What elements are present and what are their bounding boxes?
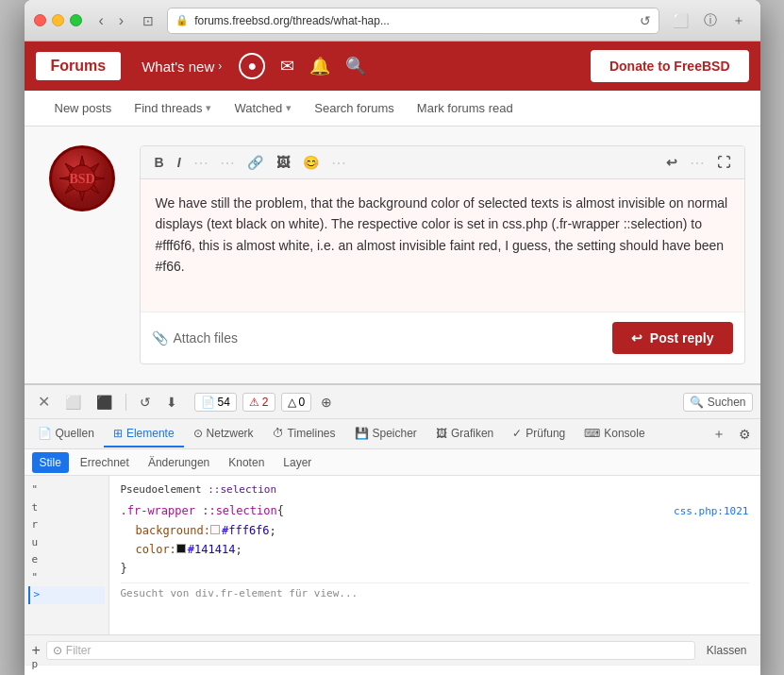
devtools-close-button[interactable]: ✕	[32, 390, 56, 413]
grafiken-icon: 🖼	[436, 427, 447, 440]
forums-logo[interactable]: Forums	[36, 52, 122, 80]
color-swatch[interactable]	[176, 544, 186, 553]
quellen-icon: 📄	[38, 427, 52, 440]
donate-button[interactable]: Donate to FreeBSD	[591, 50, 749, 82]
attach-files-button[interactable]: 📎 Attach files	[152, 330, 238, 346]
refresh-button[interactable]: ↺	[640, 13, 651, 28]
code-line-8	[28, 604, 105, 622]
code-line-5: e	[28, 551, 105, 569]
info-button[interactable]: ⓘ	[698, 10, 723, 31]
stile-label: Stile	[40, 456, 61, 469]
subtab-aenderungen[interactable]: Änderungen	[141, 452, 217, 473]
tab-konsole[interactable]: ⌨ Konsole	[575, 421, 654, 447]
link-button[interactable]: 🔗	[242, 152, 268, 173]
italic-button[interactable]: I	[173, 152, 186, 173]
settings-button[interactable]: ⚙	[733, 424, 757, 445]
devtools-console: ›	[25, 665, 760, 675]
tab-timelines[interactable]: ⏱ Timelines	[263, 421, 345, 447]
css-color-value: #141414	[188, 540, 236, 559]
devtools-refresh-button[interactable]: ↺	[134, 392, 157, 413]
filter-box[interactable]: ⊙ Filter	[46, 641, 695, 660]
new-posts-nav-item[interactable]: New posts	[43, 93, 124, 123]
css-file-link[interactable]: css.php:1021	[674, 503, 748, 521]
avatar-col: BSD	[40, 145, 125, 364]
code-line-1: "	[28, 481, 105, 499]
post-reply-button[interactable]: ↩ Post reply	[612, 322, 733, 354]
tab-speicher[interactable]: 💾 Speicher	[345, 421, 426, 447]
devtools-search-box[interactable]: 🔍 Suchen	[683, 393, 753, 412]
maximize-button[interactable]	[70, 14, 82, 26]
console-arrow-icon: ›	[36, 670, 41, 676]
minimize-button[interactable]	[52, 14, 64, 26]
background-color-swatch[interactable]	[210, 525, 220, 534]
code-line-6: "	[28, 569, 105, 587]
editor-footer: 📎 Attach files ↩ Post reply	[141, 312, 744, 363]
address-bar[interactable]: 🔒 forums.freebsd.org/threads/what-hap...…	[167, 8, 659, 34]
tab-netzwerk[interactable]: ⊙ Netzwerk	[184, 421, 263, 447]
subtab-knoten[interactable]: Knoten	[221, 452, 272, 473]
speicher-label: Speicher	[373, 427, 417, 440]
bold-button[interactable]: B	[150, 152, 169, 173]
paperclip-icon: 📎	[152, 330, 168, 346]
tab-overview-button[interactable]: ⊡	[137, 11, 159, 30]
sub-nav: New posts Find threads ▾ Watched ▾ Searc…	[25, 91, 760, 127]
tab-grafiken[interactable]: 🖼 Grafiken	[426, 421, 503, 447]
image-button[interactable]: 🖼	[272, 152, 294, 173]
new-tab-button[interactable]: ＋	[726, 10, 751, 31]
devtools-separator-text: Gesucht von div.fr-element für view...	[121, 582, 749, 603]
pruefung-icon: ✓	[512, 427, 522, 440]
svg-text:BSD: BSD	[69, 172, 94, 186]
add-rule-button[interactable]: +	[32, 642, 41, 659]
search-icon[interactable]: 🔍	[345, 56, 366, 76]
editor-content[interactable]: We have still the problem, that the back…	[141, 179, 744, 312]
devtools-download-button[interactable]: ⬇	[160, 392, 183, 413]
find-threads-chevron-icon: ▾	[206, 102, 211, 114]
undo-button[interactable]: ↩	[661, 152, 682, 173]
filter-placeholder: Filter	[66, 644, 92, 657]
whats-new-label: What's new	[142, 59, 214, 75]
devtools-main-panel: " t r u e " > p Pseudoelement ::selectio…	[25, 476, 760, 634]
subtab-errechnet[interactable]: Errechnet	[73, 452, 137, 473]
expand-button[interactable]: ⛶	[712, 152, 735, 173]
whats-new-nav-item[interactable]: What's new ›	[128, 51, 235, 82]
knoten-label: Knoten	[228, 456, 264, 469]
watched-nav-item[interactable]: Watched ▾	[223, 93, 303, 123]
bell-icon[interactable]: 🔔	[309, 56, 330, 76]
code-line-4: u	[28, 534, 105, 552]
timelines-icon: ⏱	[273, 427, 284, 440]
search-forums-nav-item[interactable]: Search forums	[303, 93, 406, 123]
devtools-search-icon: 🔍	[690, 396, 704, 409]
konsole-label: Konsole	[604, 427, 644, 440]
aenderungen-label: Änderungen	[148, 456, 209, 469]
editor-text: We have still the problem, that the back…	[156, 195, 728, 274]
attach-files-label: Attach files	[174, 330, 238, 346]
subtab-stile[interactable]: Stile	[32, 452, 69, 473]
tab-pruefung[interactable]: ✓ Prüfung	[503, 421, 575, 447]
devtools-dock-panel1-button[interactable]: ⬜	[59, 392, 87, 413]
address-text: forums.freebsd.org/threads/what-hap...	[194, 14, 633, 27]
devtools-subtabs: Stile Errechnet Änderungen Knoten Layer	[25, 449, 760, 476]
warning-count: 0	[299, 396, 306, 409]
forward-button[interactable]: ›	[113, 10, 129, 31]
close-button[interactable]	[34, 14, 46, 26]
toolbar-divider	[125, 394, 126, 411]
tab-quellen[interactable]: 📄 Quellen	[28, 421, 104, 447]
tab-elemente[interactable]: ⊞ Elemente	[104, 421, 184, 447]
error-count-box: ⚠ 2	[242, 393, 275, 412]
find-threads-nav-item[interactable]: Find threads ▾	[123, 93, 223, 123]
subtab-layer[interactable]: Layer	[275, 452, 319, 473]
file-icon: 📄	[201, 396, 215, 409]
errechnet-label: Errechnet	[80, 456, 129, 469]
emoji-button[interactable]: 😊	[298, 152, 324, 173]
editor-area: B I ⋯ ⋯ 🔗 🖼 😊 ⋯ ↩ ⋯ ⛶ We have still the …	[140, 145, 745, 364]
code-line-3: r	[28, 516, 105, 534]
mark-forums-read-nav-item[interactable]: Mark forums read	[406, 93, 525, 123]
content-area: BSD B I ⋯ ⋯ 🔗 🖼 😊 ⋯ ↩ ⋯ ⛶ We have still	[25, 127, 760, 383]
mail-icon[interactable]: ✉	[280, 56, 294, 76]
mark-forums-read-label: Mark forums read	[417, 101, 513, 115]
devtools-dock-panel2-button[interactable]: ⬛	[91, 392, 118, 413]
back-button[interactable]: ‹	[93, 10, 109, 31]
add-panel-button[interactable]: ＋	[707, 423, 731, 446]
share-button[interactable]: ⬜	[667, 10, 694, 31]
devtools-target-button[interactable]: ⊕	[315, 392, 338, 413]
